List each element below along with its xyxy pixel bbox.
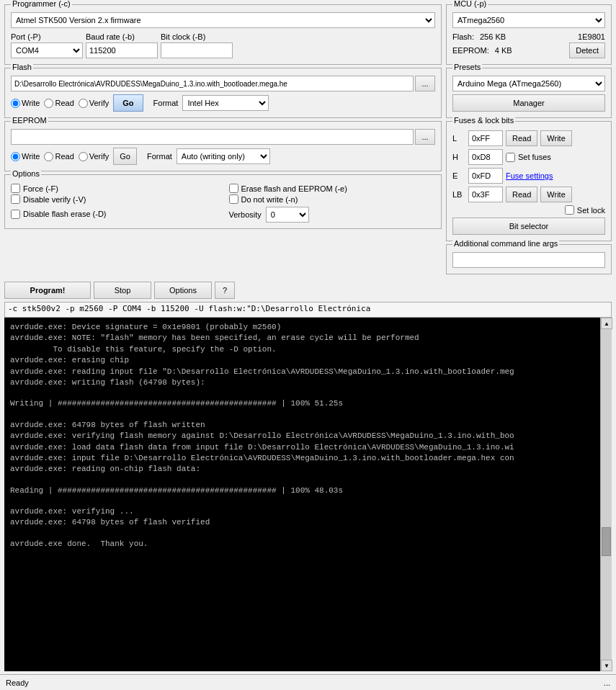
scroll-thumb[interactable] [602,527,611,556]
programmer-group: Programmer (-c) Atmel STK500 Version 2.x… [4,4,442,65]
baud-input[interactable] [86,42,158,58]
scroll-track [601,329,612,660]
fuse-h-label: H [452,153,465,161]
status-bar: Ready ... [0,674,616,690]
do-not-write-checkbox[interactable] [229,194,238,204]
eeprom-go-button[interactable]: Go [113,148,137,165]
mcu-select[interactable]: ATmega2560ATmega328PATmega168 [452,12,605,28]
fuse-lb-read-button[interactable]: Read [506,187,537,202]
erase-flash-checkbox[interactable] [229,184,238,193]
terminal-scrollbar: ▲ ▼ [600,318,612,671]
bit-selector-button[interactable]: Bit selector [452,218,605,235]
main-container: Programmer (-c) Atmel STK500 Version 2.x… [0,0,616,690]
fuse-l-write-button[interactable]: Write [540,130,571,146]
help-button[interactable]: ? [215,282,235,299]
fuse-h-input[interactable] [468,149,503,165]
fuses-label: Fuses & lock bits [452,116,515,125]
eeprom-group: EEPROM ... Write Read [4,121,442,171]
cmd-line-display: -c stk500v2 -p m2560 -P COM4 -b 115200 -… [4,302,612,318]
flash-read-label: Read [55,99,73,107]
flash-group: Flash ... Write Read V [4,68,442,118]
set-fuses-label: Set fuses [518,153,551,161]
eeprom-browse-button[interactable]: ... [415,129,435,145]
flash-write-label: Write [22,99,40,107]
set-lock-label: Set lock [577,206,605,215]
bitclock-label: Bit clock (-B) [161,32,233,41]
eeprom-file-input[interactable] [11,129,414,145]
fuse-lb-input[interactable] [468,187,503,202]
mcu-label: MCU (-p) [452,0,488,8]
fuse-l-input[interactable] [468,130,503,146]
eeprom-read-radio[interactable] [44,152,53,161]
programmer-select[interactable]: Atmel STK500 Version 2.x firmwareArduino… [11,12,435,28]
presets-group: Presets Arduino Mega (ATmega2560)Arduino… [446,68,612,118]
eeprom-read-label: Read [55,152,73,161]
additional-group: Additional command line args [446,244,612,274]
scroll-down-button[interactable]: ▼ [601,660,612,671]
options-group: Options Force (-F) Erase flash and EEPRO… [4,174,442,229]
terminal: avrdude.exe: Device signature = 0x1e9801… [4,318,600,671]
disable-verify-checkbox[interactable] [11,194,20,204]
disable-flash-erase-checkbox[interactable] [11,210,20,219]
eeprom-verify-radio[interactable] [79,152,88,161]
flash-verify-label: Verify [89,99,110,107]
flash-size-label: Flash: [452,32,474,41]
manager-button[interactable]: Manager [452,94,605,112]
baud-label: Baud rate (-b) [86,32,158,41]
flash-format-select[interactable]: Intel HexRaw binaryAuto [182,95,269,111]
status-right: ... [604,678,610,687]
eeprom-verify-label: Verify [89,152,110,161]
program-button[interactable]: Program! [4,282,91,299]
eeprom-format-select[interactable]: Auto (writing only)Intel HexRaw binary [177,148,270,164]
terminal-wrapper: avrdude.exe: Device signature = 0x1e9801… [4,318,612,671]
fuse-l-read-button[interactable]: Read [506,130,537,146]
presets-label: Presets [452,63,482,71]
force-checkbox[interactable] [11,184,20,193]
fuses-group: Fuses & lock bits L Read Write H Set fus… [446,121,612,241]
left-panel: Programmer (-c) Atmel STK500 Version 2.x… [4,4,442,274]
fuse-l-label: L [452,134,465,143]
fuse-e-label: E [452,171,465,180]
port-label: Port (-P) [11,32,83,41]
eeprom-label: EEPROM [11,116,48,125]
additional-input[interactable] [452,252,605,268]
bitclock-input[interactable] [161,42,233,58]
set-lock-checkbox[interactable] [565,205,574,215]
options-button[interactable]: Options [154,282,212,299]
top-panels: Programmer (-c) Atmel STK500 Version 2.x… [0,0,616,279]
flash-browse-button[interactable]: ... [415,76,435,91]
verbosity-select[interactable]: 01234 [266,207,309,223]
fuse-lb-label: LB [452,190,465,199]
eeprom-size-value: 4 KB [495,46,512,55]
disable-verify-label: Disable verify (-V) [23,195,86,204]
flash-sig-value: 1E9801 [578,32,605,41]
eeprom-write-radio[interactable] [11,152,20,161]
right-panel: MCU (-p) ATmega2560ATmega328PATmega168 F… [446,4,612,274]
fuse-lb-write-button[interactable]: Write [540,187,571,202]
set-fuses-checkbox[interactable] [506,153,515,162]
bottom-buttons: Program! Stop Options ? [0,279,616,302]
eeprom-format-label: Format [147,152,172,161]
eeprom-write-label: Write [22,152,40,161]
flash-format-label: Format [153,99,179,107]
scroll-up-button[interactable]: ▲ [601,318,612,329]
disable-flash-erase-label: Disable flash erase (-D) [23,210,107,218]
mcu-group: MCU (-p) ATmega2560ATmega328PATmega168 F… [446,4,612,65]
stop-button[interactable]: Stop [94,282,151,299]
port-select[interactable]: COM4COM3COM1 [11,42,83,58]
status-text: Ready [6,678,29,687]
verbosity-label: Verbosity [229,210,262,219]
fuse-e-input[interactable] [468,168,503,184]
flash-read-radio[interactable] [44,99,53,108]
do-not-write-label: Do not write (-n) [241,195,298,204]
flash-go-button[interactable]: Go [113,94,143,112]
flash-label: Flash [11,63,33,71]
flash-write-radio[interactable] [11,99,20,108]
additional-label: Additional command line args [452,239,559,248]
fuse-settings-link[interactable]: Fuse settings [506,171,553,180]
flash-verify-radio[interactable] [79,99,88,108]
programmer-label: Programmer (-c) [11,0,72,8]
detect-button[interactable]: Detect [569,42,605,58]
presets-select[interactable]: Arduino Mega (ATmega2560)Arduino UnoArdu… [452,76,605,91]
flash-file-input[interactable] [11,76,414,91]
